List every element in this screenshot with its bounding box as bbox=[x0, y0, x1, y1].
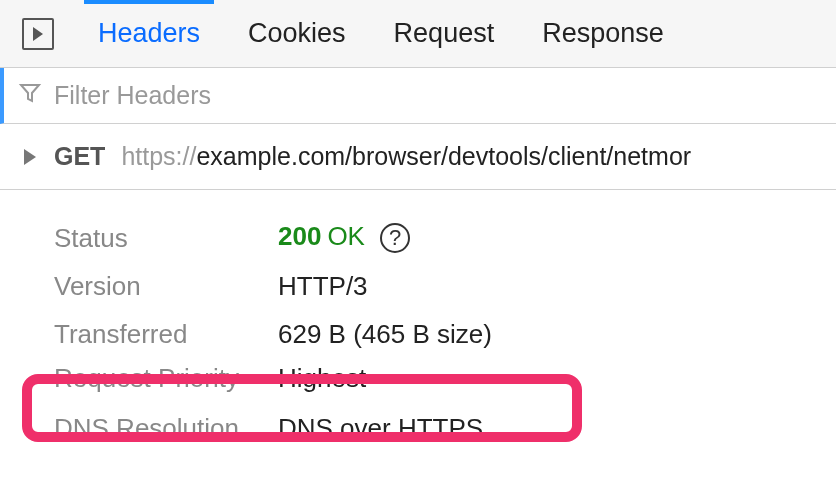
label-status: Status bbox=[54, 225, 278, 251]
row-transferred: Transferred 629 B (465 B size) bbox=[0, 310, 836, 358]
value-dns-resolution: DNS over HTTPS bbox=[278, 415, 483, 441]
status-code: 200 bbox=[278, 221, 321, 251]
request-summary-row[interactable]: GET https://example.com/browser/devtools… bbox=[0, 124, 836, 190]
toggle-pane-icon[interactable] bbox=[22, 18, 54, 50]
disclosure-triangle-icon[interactable] bbox=[24, 149, 36, 165]
tab-headers[interactable]: Headers bbox=[94, 0, 204, 67]
value-request-priority: Highest bbox=[278, 365, 366, 391]
help-icon[interactable]: ? bbox=[380, 223, 410, 253]
label-version: Version bbox=[54, 273, 278, 299]
request-url-protocol: https:// bbox=[121, 142, 196, 170]
tab-cookies[interactable]: Cookies bbox=[244, 0, 350, 67]
status-text: OK bbox=[327, 221, 365, 251]
value-status: 200OK ? bbox=[278, 223, 410, 253]
row-dns-resolution: DNS Resolution DNS over HTTPS bbox=[0, 404, 836, 452]
headers-details: Status 200OK ? Version HTTP/3 Transferre… bbox=[0, 190, 836, 452]
tab-request[interactable]: Request bbox=[390, 0, 499, 67]
filter-headers-input[interactable] bbox=[52, 80, 652, 111]
filter-bar bbox=[0, 68, 836, 124]
funnel-icon bbox=[18, 81, 42, 111]
row-status: Status 200OK ? bbox=[0, 214, 836, 262]
request-url: https://example.com/browser/devtools/cli… bbox=[121, 142, 691, 171]
tab-response[interactable]: Response bbox=[538, 0, 668, 67]
request-url-path: example.com/browser/devtools/client/netm… bbox=[196, 142, 691, 170]
label-transferred: Transferred bbox=[54, 321, 278, 347]
request-method: GET bbox=[54, 142, 105, 171]
label-dns-resolution: DNS Resolution bbox=[54, 415, 278, 441]
value-version: HTTP/3 bbox=[278, 273, 368, 299]
panel-tabs: Headers Cookies Request Response bbox=[0, 0, 836, 68]
value-transferred: 629 B (465 B size) bbox=[278, 321, 492, 347]
row-request-priority: Request Priority Highest bbox=[0, 358, 836, 398]
row-version: Version HTTP/3 bbox=[0, 262, 836, 310]
svg-marker-0 bbox=[33, 27, 43, 41]
label-request-priority: Request Priority bbox=[54, 365, 278, 391]
